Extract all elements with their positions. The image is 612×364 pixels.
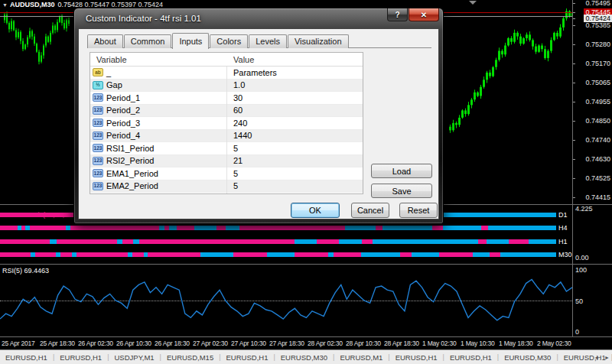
variable-value[interactable]: 5 <box>226 181 238 190</box>
chart-tab[interactable]: EURUSD,H1 <box>390 353 443 362</box>
rsi-scale[interactable]: 100500 <box>572 265 612 336</box>
variable-name: Period_2 <box>106 106 140 115</box>
tf-scale-max: 4.225 <box>575 205 593 213</box>
variable-name: RSI1_Period <box>106 144 154 153</box>
load-button[interactable]: Load <box>371 164 432 178</box>
tab-colors[interactable]: Colors <box>210 34 248 48</box>
price-scale[interactable]: 0.754950.754450.754240.753850.752800.751… <box>572 0 612 204</box>
tab-levels[interactable]: Levels <box>249 34 287 48</box>
variable-cell: ½Gap <box>90 80 226 89</box>
tf-bar-segment <box>139 239 295 244</box>
variable-name: Gap <box>106 80 122 89</box>
tf-bar-segment <box>70 226 159 230</box>
chart-tab-bar: EURUSD,H1|EURUSD,H1|USDJPY,M1|EURUSD,M15… <box>0 349 612 364</box>
panel-separator[interactable] <box>0 264 612 265</box>
chart-tab[interactable]: EURUSD,H1 <box>54 353 107 362</box>
chart-tab[interactable]: EURUSD,M30 <box>499 353 556 362</box>
panel-separator <box>0 336 612 337</box>
half-type-icon: ½ <box>93 81 103 89</box>
tf-bar-segment <box>439 252 473 257</box>
variable-value[interactable]: 5 <box>226 144 238 153</box>
tf-bar-segment <box>432 226 442 230</box>
column-divider <box>226 53 227 193</box>
tf-indicator-scale: 4.225 0.00 <box>572 205 612 264</box>
tf-bar-segment <box>373 239 478 244</box>
column-variable[interactable]: Variable <box>90 55 226 64</box>
variable-value[interactable]: 1440 <box>226 131 252 140</box>
indicator-properties-dialog: Custom Indicator - 4tf rsi 1.01 ? ✕ Abou… <box>73 8 444 224</box>
variable-value[interactable]: 5 <box>226 169 238 178</box>
save-button[interactable]: Save <box>371 184 432 198</box>
tf-bar-segment <box>295 239 317 244</box>
tab-about[interactable]: About <box>87 34 123 48</box>
rsi-panel[interactable]: RSI(5) 69.4463 <box>0 265 572 336</box>
123-type-icon: 123 <box>93 144 103 152</box>
tf-bar-segment <box>148 252 200 257</box>
chart-tab[interactable]: EURUSD,H1 <box>444 353 497 362</box>
tab-inputs[interactable]: Inputs <box>172 33 209 49</box>
tf-bar-segment <box>239 226 345 230</box>
tf-bar-segment <box>194 226 216 230</box>
time-label: 26 Apr 18:30 <box>155 340 190 347</box>
variable-value[interactable]: 60 <box>226 106 243 115</box>
variable-name: EMA1_Period <box>106 169 158 178</box>
ab-type-icon: ab <box>93 68 103 76</box>
tf-bar-segment <box>328 252 334 257</box>
variable-cell: 123EMA1_Period <box>90 169 226 178</box>
price-tick: 0.74740 <box>585 136 610 144</box>
column-value[interactable]: Value <box>226 55 254 64</box>
price-tick: 0.74955 <box>585 98 610 106</box>
123-type-icon: 123 <box>93 93 103 102</box>
tf-bar-segment <box>500 252 556 257</box>
scroll-left-icon[interactable]: ◄ <box>594 355 599 360</box>
time-axis[interactable]: 25 Apr 201725 Apr 18:3026 Apr 02:3026 Ap… <box>0 337 612 349</box>
tab-visualization[interactable]: Visualization <box>288 34 349 48</box>
chart-tab[interactable]: EURUSD,M15 <box>161 353 219 362</box>
123-type-icon: 123 <box>93 106 103 115</box>
tf-bar-segment <box>122 239 134 244</box>
chart-shift-marker-icon[interactable] <box>469 1 477 5</box>
tf-row-label: D1 <box>558 211 568 219</box>
tf-bar-row <box>0 239 556 244</box>
chart-tab[interactable]: EURUSD,M1 <box>334 353 388 362</box>
variable-value[interactable]: 21 <box>226 156 243 165</box>
variable-value[interactable]: 30 <box>226 93 243 102</box>
chart-tab[interactable]: USDJPY,M1 <box>109 353 160 362</box>
tf-bar-segment <box>117 239 122 244</box>
time-label: 27 Apr 10:30 <box>231 340 266 347</box>
rsi-line <box>0 265 572 336</box>
variable-cell: ab_ <box>90 68 226 77</box>
variable-value[interactable]: 1.0 <box>226 80 245 89</box>
tf-bar-row <box>0 226 556 230</box>
tf-bar-segment <box>400 252 412 257</box>
tf-bar-segment <box>490 252 501 257</box>
price-tick: 0.74415 <box>585 193 610 201</box>
reset-button[interactable]: Reset <box>399 203 438 218</box>
tf-bar-segment <box>412 252 439 257</box>
help-button[interactable]: ? <box>387 8 408 21</box>
tab-common[interactable]: Common <box>124 34 172 48</box>
cancel-button[interactable]: Cancel <box>351 203 389 218</box>
tf-bar-segment <box>488 226 556 230</box>
time-label: 1 May 10:30 <box>461 340 495 347</box>
tf-bar-segment <box>362 239 373 244</box>
close-icon[interactable]: ✕ <box>409 8 439 21</box>
scroll-right-icon[interactable]: ► <box>604 355 610 360</box>
tf-bar-segment <box>0 226 18 230</box>
chart-dropdown-icon[interactable]: ▼ <box>2 2 8 8</box>
tf-bar-segment <box>177 226 194 230</box>
tf-bar-segment <box>345 226 376 230</box>
variable-value[interactable]: 240 <box>226 119 247 128</box>
price-tick: 0.75065 <box>585 79 610 86</box>
rsi-indicator-label: RSI(5) 69.4463 <box>2 267 49 275</box>
ok-button[interactable]: OK <box>291 203 340 218</box>
123-type-icon: 123 <box>93 157 103 165</box>
tf-bar-segment <box>60 252 73 257</box>
variable-value[interactable]: Parameters <box>226 68 277 77</box>
time-label: 1 May 18:30 <box>499 340 533 347</box>
chart-tab[interactable]: EURUSD,H1 <box>0 353 53 362</box>
chart-tab[interactable]: EURUSD,H1 <box>221 353 274 362</box>
chart-symbol: AUDUSD,M30 <box>10 1 55 8</box>
tf-bar-segment <box>50 239 57 244</box>
chart-tab[interactable]: EURUSD,M30 <box>275 353 333 362</box>
